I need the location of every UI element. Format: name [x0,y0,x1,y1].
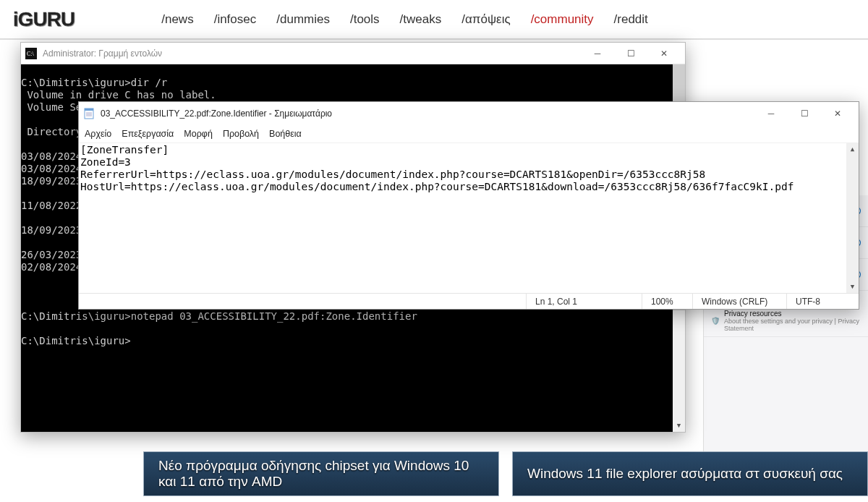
notepad-text-area[interactable]: [ZoneTransfer] ZoneId=3 ReferrerUrl=http… [79,142,859,293]
notepad-statusbar: Ln 1, Col 1 100% Windows (CRLF) UTF-8 [79,293,859,309]
minimize-button[interactable]: ─ [754,103,788,124]
status-position: Ln 1, Col 1 [526,294,642,309]
site-logo: iGURU [13,8,75,31]
nav-link[interactable]: /infosec [214,12,257,27]
shield-icon: 🛡️ [711,317,720,325]
scrollbar[interactable]: ▲ ▼ [846,143,859,293]
nav-link[interactable]: /tools [350,12,380,27]
nav-link[interactable]: /dummies [276,12,330,27]
nav-link[interactable]: /tweaks [400,12,442,27]
nav-link[interactable]: /reddit [614,12,648,27]
status-eol: Windows (CRLF) [692,294,786,309]
menu-item[interactable]: Αρχείο [85,129,111,139]
menu-item[interactable]: Προβολή [223,129,259,139]
notepad-window: 03_ACCESSIBILITY_22.pdf:Zone.Identifier … [78,101,859,310]
minimize-button[interactable]: ─ [581,43,614,64]
svg-text:C:\: C:\ [27,51,35,57]
menu-item[interactable]: Επεξεργασία [122,129,174,139]
close-button[interactable]: ✕ [821,103,854,124]
article-cards-row: Νέο πρόγραμμα οδήγησης chipset για Windo… [143,451,868,496]
article-card[interactable]: Νέο πρόγραμμα οδήγησης chipset για Windo… [143,451,499,496]
site-nav: /news/infosec/dummies/tools/tweaks/απόψε… [161,12,648,27]
scroll-down-icon[interactable]: ▼ [846,281,859,293]
notepad-icon [83,108,95,119]
cmd-icon: C:\ [25,48,37,59]
site-header: iGURU /news/infosec/dummies/tools/tweaks… [0,0,868,40]
menu-item[interactable]: Μορφή [184,129,213,139]
status-zoom: 100% [642,294,692,309]
notepad-title-text: 03_ACCESSIBILITY_22.pdf:Zone.Identifier … [101,109,332,119]
nav-link[interactable]: /απόψεις [461,12,510,27]
cmd-title-text: Administrator: Γραμμή εντολών [43,48,162,59]
maximize-button[interactable]: ☐ [788,103,821,124]
status-encoding: UTF-8 [786,294,859,309]
maximize-button[interactable]: ☐ [614,43,647,64]
cmd-titlebar[interactable]: C:\ Administrator: Γραμμή εντολών ─ ☐ ✕ [21,43,685,64]
menu-item[interactable]: Βοήθεια [269,129,302,139]
notepad-menubar: ΑρχείοΕπεξεργασίαΜορφήΠροβολήΒοήθεια [79,125,859,142]
nav-link[interactable]: /news [161,12,193,27]
notepad-titlebar[interactable]: 03_ACCESSIBILITY_22.pdf:Zone.Identifier … [79,102,859,125]
article-card[interactable]: Windows 11 file explorer ασύρματα στ συσ… [512,451,868,496]
nav-link[interactable]: /community [531,12,594,27]
close-button[interactable]: ✕ [647,43,681,64]
privacy-link-row[interactable]: 🛡️Privacy resourcesAbout these settings … [704,305,868,337]
scroll-down-icon[interactable]: ▼ [673,420,685,432]
scroll-up-icon[interactable]: ▲ [846,143,859,156]
svg-rect-3 [85,109,93,111]
